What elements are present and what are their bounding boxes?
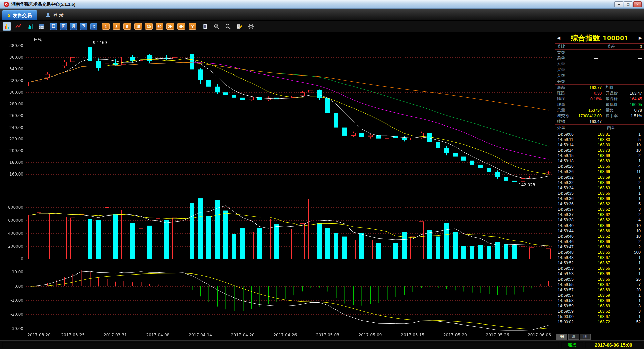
tick-row: 14:59:32163.697 [555, 174, 644, 180]
settings-gear-icon[interactable] [247, 22, 255, 31]
period-button-30[interactable]: 30 [145, 23, 153, 30]
bid-row-1: 买①—— [555, 67, 644, 73]
close-button[interactable]: × [633, 1, 642, 7]
toolbar-view-icons [3, 22, 45, 31]
tick-row: 14:59:37163.623 [555, 207, 644, 212]
tick-row: 14:59:59163.623 [555, 309, 644, 314]
menu-bar: ¥ 发售交易 登 录 [0, 9, 644, 21]
neipan-label: 内盘 [607, 125, 621, 131]
tick-row: 15:00:00163.671 [555, 314, 644, 319]
period-square-季[interactable]: 季 [80, 23, 87, 30]
tick-row: 14:59:46163.6210 [555, 234, 644, 239]
period-button-15[interactable]: 15 [134, 23, 142, 30]
minimize-button[interactable]: – [614, 1, 623, 7]
weibi-label: 委比 [557, 44, 572, 49]
tick-row: 14:59:34163.631 [555, 185, 644, 191]
menu-item-login-label: 登 录 [53, 12, 64, 18]
quote-tab-细[interactable]: 细 [556, 334, 567, 340]
toolbar-period-squares: 日周月季X [50, 23, 97, 30]
tick-row: 14:59:55163.6626 [555, 277, 644, 282]
user-icon [45, 12, 51, 19]
tick-row: 14:59:37163.622 [555, 212, 644, 217]
quote-stats: 最新163.77均价—涨跌0.30开盘价163.47幅度0.18%最高价164.… [555, 85, 644, 124]
tick-row: 14:59:55163.677 [555, 282, 644, 287]
tick-row: 14:59:40163.6610 [555, 223, 644, 228]
weibi-value: — [572, 44, 607, 49]
period-button-4H[interactable]: 4H [177, 23, 185, 30]
waipan-label: 外盘 [557, 125, 572, 131]
tick-row: 15:00:02163.7252 [555, 319, 644, 325]
ask-row-3: 卖③—— [555, 50, 644, 55]
chart-area [0, 32, 555, 340]
tick-row: 14:59:15163.692 [555, 153, 644, 158]
yen-icon: ¥ [8, 13, 10, 18]
period-button-60[interactable]: 60 [156, 23, 163, 30]
tick-row: 14:59:48163.65500 [555, 250, 644, 255]
period-button-Y[interactable]: Y [189, 23, 196, 30]
window-title: 湖南华强艺术品交易中心(5.1.1.6) [11, 1, 75, 7]
ask-levels: 卖③——卖②——卖①—— [555, 50, 644, 67]
tick-row: 14:59:52163.671 [555, 260, 644, 266]
stat-row-3: 现量—最低价160.05 [555, 102, 644, 107]
kline-chart-icon[interactable] [3, 22, 11, 31]
kline-chart-canvas[interactable] [0, 32, 555, 340]
tick-row: 14:59:14163.7310 [555, 148, 644, 153]
prev-instrument-arrow[interactable]: ◀ [556, 35, 561, 40]
tick-row: 14:59:44163.6610 [555, 228, 644, 234]
stat-row-4: 总量163734量比0.78 [555, 107, 644, 113]
stat-row-1: 涨跌0.30开盘价163.47 [555, 90, 644, 96]
tick-row: 14:59:57163.591 [555, 293, 644, 298]
tick-row: 14:59:26163.6611 [555, 169, 644, 174]
period-square-月[interactable]: 月 [70, 23, 77, 30]
ask-row-2: 卖②—— [555, 55, 644, 61]
tick-list[interactable]: 14:59:06163.81114:59:11163.80514:59:1416… [555, 131, 644, 333]
trend-line-icon[interactable] [14, 22, 22, 31]
tick-row: 14:59:57163.6920 [555, 287, 644, 293]
tick-row: 14:59:59163.693 [555, 303, 644, 309]
ask-row-1: 卖①—— [555, 61, 644, 67]
zoom-in-icon[interactable] [212, 22, 221, 31]
stat-row-5: 成交额17308412.00换手率1.51% [555, 113, 644, 119]
quote-bottom-tabs: 细盘图 [555, 333, 644, 340]
tick-row: 14:59:48163.671 [555, 255, 644, 260]
tick-row: 14:59:32163.662 [555, 180, 644, 185]
zoom-out-icon[interactable] [224, 22, 232, 31]
report-icon[interactable] [201, 22, 209, 31]
period-square-日[interactable]: 日 [50, 23, 57, 30]
stat-row-2: 幅度0.18%最高价164.45 [555, 96, 644, 102]
quote-tab-图[interactable]: 图 [580, 334, 591, 340]
status-message-area [2, 342, 559, 348]
weicha-label: 委差 [607, 44, 621, 49]
instrument-name: 综合指数 [571, 33, 600, 43]
period-button-2H[interactable]: 2H [166, 23, 174, 30]
menu-tab-trade[interactable]: ¥ 发售交易 [2, 10, 37, 20]
tick-row: 14:59:36163.625 [555, 201, 644, 207]
period-button-5[interactable]: 5 [123, 23, 131, 30]
tick-row: 14:59:36163.661 [555, 196, 644, 201]
menu-item-login[interactable]: 登 录 [41, 10, 68, 20]
bid-levels: 买①——买②——买③—— [555, 67, 644, 84]
volume-bars-icon[interactable] [25, 22, 34, 31]
waipan-value: — [572, 126, 607, 130]
edit-icon[interactable] [235, 22, 244, 31]
maximize-button[interactable]: □ [624, 1, 632, 7]
calendar-icon[interactable] [37, 22, 45, 31]
period-square-X[interactable]: X [90, 23, 97, 30]
period-button-1[interactable]: 1 [102, 23, 110, 30]
neipan-value: — [621, 126, 642, 130]
quote-tab-盘[interactable]: 盘 [568, 334, 579, 340]
tick-row: 14:59:26163.664 [555, 164, 644, 169]
menu-tab-trade-label: 发售交易 [13, 13, 32, 19]
tick-row: 14:59:14163.8010 [555, 142, 644, 148]
tick-row: 14:59:06163.811 [555, 132, 644, 137]
title-bar: 湖南华强艺术品交易中心(5.1.1.6) – □ × [0, 0, 644, 9]
tick-row: 14:59:38163.624 [555, 217, 644, 223]
period-button-3[interactable]: 3 [113, 23, 120, 30]
instrument-code: 100001 [603, 34, 628, 42]
tick-row: 14:59:47163.662 [555, 244, 644, 250]
quote-panel: ◀ 综合指数 100001 ▶ 委比 — 委差 0 卖③——卖②——卖①—— 买… [555, 32, 644, 340]
tick-row: 14:59:18163.691 [555, 158, 644, 164]
next-instrument-arrow[interactable]: ▶ [638, 35, 643, 40]
period-square-周[interactable]: 周 [60, 23, 67, 30]
bid-row-3: 买③—— [555, 79, 644, 84]
